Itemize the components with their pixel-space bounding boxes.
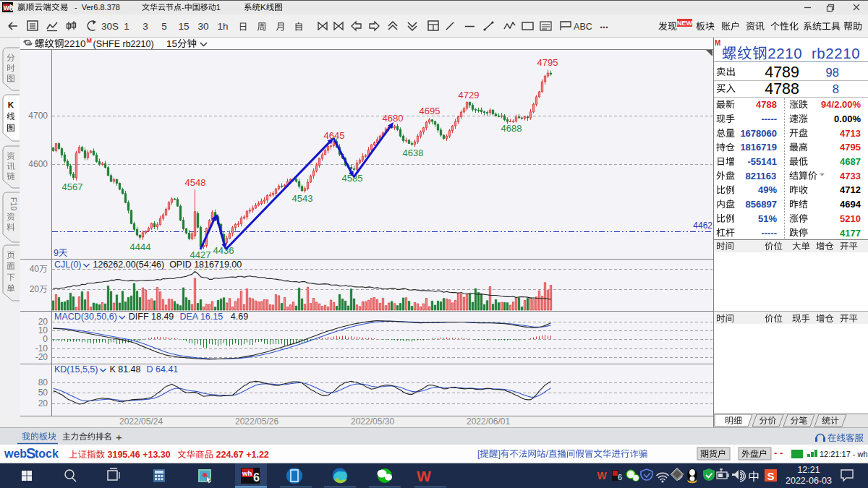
svg-text:2022/06/01: 2022/06/01: [467, 416, 510, 427]
svg-text:W: W: [597, 470, 607, 481]
svg-text:4600: 4600: [28, 159, 48, 169]
svg-text:6: 6: [9, 4, 14, 12]
svg-text:1: 1: [124, 21, 129, 32]
svg-text:4713: 4713: [840, 128, 861, 139]
svg-text:4427: 4427: [190, 249, 211, 260]
svg-text:]: ]: [498, 449, 501, 459]
svg-text:12:21: 12:21: [797, 465, 820, 475]
svg-text:126262.00(54:46) OPID 1816719: 126262.00(54:46) OPID 1816719.00: [93, 260, 242, 270]
svg-text:4795: 4795: [840, 142, 861, 153]
svg-text:821163: 821163: [746, 171, 777, 181]
svg-text:K 81.48: K 81.48: [109, 364, 140, 374]
svg-text:98: 98: [826, 66, 839, 79]
svg-text:-----: -----: [761, 114, 777, 124]
svg-text:- Ver6.8.378: - Ver6.8.378: [75, 3, 120, 12]
svg-text:4695: 4695: [420, 106, 441, 116]
svg-text:4789: 4789: [765, 64, 799, 81]
svg-text:40: 40: [30, 264, 40, 274]
svg-text:0.00%: 0.00%: [834, 114, 861, 124]
svg-text:5: 5: [161, 21, 167, 32]
svg-text:ABC: ABC: [574, 22, 592, 32]
svg-text:F10: F10: [9, 197, 18, 210]
svg-text:1h: 1h: [218, 21, 229, 32]
svg-text:2022/05/24: 2022/05/24: [119, 416, 163, 427]
svg-text:94/2.00%: 94/2.00%: [821, 99, 861, 110]
svg-text:3: 3: [142, 21, 148, 32]
svg-text:4687: 4687: [840, 156, 861, 167]
svg-text:S: S: [767, 470, 775, 482]
svg-text:wh: wh: [242, 469, 252, 477]
svg-text:[: [: [477, 449, 480, 459]
svg-text:-----: -----: [761, 228, 777, 239]
svg-text:DEA 16.15: DEA 16.15: [179, 312, 223, 322]
svg-text:4788: 4788: [765, 80, 799, 98]
svg-text:1678060: 1678060: [740, 128, 777, 139]
svg-text:(SHFE rb2210): (SHFE rb2210): [93, 39, 154, 49]
svg-text:- -: - -: [774, 448, 783, 458]
svg-text:KD(15,5,5): KD(15,5,5): [54, 364, 98, 374]
svg-text:15: 15: [179, 21, 190, 32]
svg-text:12:21:17 - wh: 12:21:17 - wh: [820, 450, 868, 458]
svg-text:49%: 49%: [758, 184, 777, 195]
svg-text:4733: 4733: [840, 171, 861, 181]
svg-text:224.67 +1.22: 224.67 +1.22: [213, 450, 269, 460]
svg-text:51%: 51%: [758, 213, 777, 224]
svg-text:2210: 2210: [64, 38, 86, 49]
svg-text:2022/05/26: 2022/05/26: [235, 416, 278, 427]
svg-text:0: 0: [43, 334, 48, 344]
svg-text:1: 1: [216, 3, 221, 12]
svg-text:50: 50: [38, 388, 48, 398]
svg-text:K: K: [260, 3, 266, 12]
svg-text:4680: 4680: [383, 113, 404, 124]
svg-text:MACD(30,50,6): MACD(30,50,6): [54, 312, 117, 322]
svg-text:...: ...: [600, 19, 608, 30]
svg-text:30S: 30S: [101, 21, 119, 32]
svg-text:4177: 4177: [840, 228, 861, 239]
svg-text:DIFF 18.49: DIFF 18.49: [129, 312, 174, 322]
svg-text:1816719: 1816719: [740, 142, 777, 153]
svg-text:CJL(0): CJL(0): [54, 260, 82, 270]
svg-text:4543: 4543: [292, 193, 313, 204]
svg-text:K: K: [8, 100, 14, 109]
svg-text:20: 20: [38, 398, 48, 408]
svg-text:-: -: [182, 3, 184, 12]
svg-text:20: 20: [30, 284, 40, 294]
svg-text:3195.46 +13.30: 3195.46 +13.30: [105, 450, 171, 460]
svg-text:8: 8: [833, 82, 839, 95]
svg-text:M: M: [87, 37, 93, 44]
svg-text:M: M: [715, 39, 720, 47]
svg-text:80: 80: [38, 377, 48, 388]
svg-text:4.69: 4.69: [231, 312, 248, 322]
svg-text:/: /: [545, 449, 548, 459]
svg-text:4567: 4567: [62, 181, 83, 192]
svg-text:web: web: [4, 448, 27, 460]
svg-text:4694: 4694: [840, 199, 861, 210]
svg-text:4795: 4795: [537, 57, 558, 68]
svg-text:4688: 4688: [501, 123, 522, 134]
svg-text:2022/05/30: 2022/05/30: [351, 416, 394, 427]
svg-text:2022-06-03: 2022-06-03: [786, 476, 832, 486]
svg-text:856897: 856897: [746, 199, 777, 210]
svg-text:4638: 4638: [403, 147, 424, 158]
svg-text:4444: 4444: [130, 241, 151, 252]
svg-text:5210: 5210: [840, 213, 861, 224]
svg-text:4788: 4788: [756, 99, 777, 110]
svg-text:tock: tock: [35, 448, 59, 460]
svg-text:4729: 4729: [459, 90, 480, 100]
svg-text:+: +: [116, 431, 122, 443]
svg-text:2210 rb2210: 2210 rb2210: [767, 45, 860, 61]
svg-text:W: W: [417, 468, 431, 484]
svg-text:6: 6: [253, 471, 260, 484]
svg-text:15: 15: [166, 38, 177, 49]
svg-text:4548: 4548: [185, 177, 206, 188]
svg-text:30: 30: [198, 21, 209, 32]
svg-text:-55141: -55141: [748, 156, 777, 167]
svg-text:-20: -20: [35, 352, 48, 362]
svg-text:6: 6: [618, 473, 622, 481]
svg-text:4700: 4700: [28, 111, 48, 121]
svg-text:9: 9: [54, 248, 59, 258]
svg-text:4462: 4462: [693, 221, 712, 231]
svg-text:D 64.41: D 64.41: [147, 364, 179, 374]
svg-text:NEW: NEW: [677, 20, 693, 27]
svg-text:4712: 4712: [840, 184, 861, 195]
